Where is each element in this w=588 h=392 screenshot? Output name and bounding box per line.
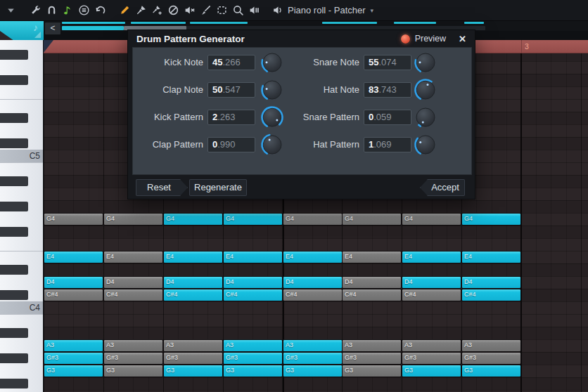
select-icon[interactable] — [216, 4, 228, 16]
note-block[interactable]: D4 — [461, 276, 521, 289]
note-block[interactable]: C#4 — [402, 289, 461, 301]
note-block[interactable]: D4 — [283, 276, 343, 289]
clap_pattern-value-field[interactable]: 0.990 — [207, 137, 255, 152]
piano-key-black[interactable] — [0, 353, 28, 363]
note-block[interactable]: G4 — [44, 213, 103, 226]
piano-keyboard[interactable]: C5C4 — [0, 40, 44, 392]
note-block[interactable]: G3 — [342, 365, 402, 377]
hat_note-value-field[interactable]: 83.743 — [364, 82, 411, 98]
note-block[interactable]: A3 — [283, 339, 343, 352]
piano-key-black[interactable] — [0, 176, 28, 186]
piano-key-black[interactable] — [0, 138, 28, 148]
note-block[interactable]: E4 — [283, 251, 343, 263]
note-block[interactable]: G4 — [283, 213, 343, 226]
note-block[interactable]: G#3 — [283, 352, 343, 365]
note-block[interactable]: C#4 — [44, 289, 103, 301]
note-icon[interactable] — [62, 4, 74, 16]
note-block[interactable]: G3 — [461, 365, 521, 377]
note-block[interactable]: G3 — [44, 365, 103, 377]
clap_pattern-knob[interactable] — [260, 133, 284, 157]
note-block[interactable]: E4 — [163, 251, 223, 263]
piano-key-black[interactable] — [0, 202, 28, 211]
note-block[interactable]: E4 — [44, 251, 103, 263]
snare_note-value-field[interactable]: 55.074 — [364, 55, 411, 70]
note-block[interactable]: G4 — [402, 213, 461, 226]
hat_note-knob[interactable] — [414, 78, 437, 102]
note-block[interactable]: D4 — [163, 276, 223, 289]
slice-icon[interactable] — [200, 4, 212, 16]
note-block[interactable]: A3 — [342, 339, 402, 352]
note-block[interactable]: G#3 — [342, 352, 402, 365]
piano-key-black[interactable] — [0, 290, 28, 300]
note-block[interactable]: E4 — [402, 251, 461, 263]
undo-icon[interactable] — [94, 4, 106, 16]
note-block[interactable]: G#3 — [103, 352, 163, 365]
note-block[interactable]: D4 — [44, 276, 103, 289]
regenerate-button[interactable]: Regenerate — [189, 179, 247, 196]
kick_pattern-knob[interactable] — [260, 105, 284, 129]
hat_pattern-value-field[interactable]: 1.069 — [364, 137, 411, 152]
clap_note-value-field[interactable]: 50.547 — [207, 82, 255, 98]
note-block[interactable]: D4 — [103, 276, 163, 289]
note-block[interactable]: G#3 — [44, 352, 103, 365]
piano-key-black[interactable] — [0, 328, 28, 338]
note-block[interactable]: C#4 — [283, 289, 343, 301]
piano-key-labeled[interactable]: C4 — [0, 301, 44, 314]
scroll-back-button[interactable]: < — [44, 22, 61, 35]
note-block[interactable]: E4 — [223, 251, 283, 263]
note-block[interactable]: A3 — [44, 339, 103, 352]
piano-key-black[interactable] — [0, 379, 28, 388]
kick_note-knob[interactable] — [260, 51, 284, 74]
note-properties-corner[interactable]: ♪ — [0, 21, 44, 40]
note-block[interactable]: C#4 — [461, 289, 521, 301]
note-block[interactable]: G#3 — [461, 352, 521, 365]
snare_pattern-knob[interactable] — [414, 105, 437, 129]
note-block[interactable]: A3 — [402, 339, 461, 352]
note-block[interactable]: A3 — [461, 339, 521, 352]
piano-key-black[interactable] — [0, 227, 28, 237]
note-block[interactable]: G3 — [283, 365, 343, 377]
note-block[interactable]: D4 — [402, 276, 461, 289]
piano-key-labeled[interactable]: C5 — [0, 150, 44, 162]
note-block[interactable]: G3 — [223, 365, 283, 377]
preview-label[interactable]: Preview — [415, 34, 446, 44]
note-block[interactable]: G#3 — [402, 352, 461, 365]
snare_note-knob[interactable] — [414, 51, 437, 74]
note-block[interactable]: G4 — [223, 213, 283, 226]
delete-icon[interactable] — [167, 4, 179, 16]
note-block[interactable]: G3 — [103, 365, 163, 377]
piano-key-black[interactable] — [0, 113, 28, 123]
piano-key-black[interactable] — [0, 75, 28, 85]
note-block[interactable]: E4 — [103, 251, 163, 263]
magnet-icon[interactable] — [46, 4, 58, 16]
dropdown-caret-icon[interactable] — [5, 4, 17, 16]
close-icon[interactable]: ✕ — [459, 34, 466, 44]
pencil-icon[interactable] — [119, 4, 131, 16]
clap_note-knob[interactable] — [260, 78, 284, 102]
playback-icon[interactable] — [248, 4, 260, 16]
note-block[interactable]: E4 — [342, 251, 402, 263]
note-block[interactable]: E4 — [461, 251, 521, 263]
mute-icon[interactable] — [184, 4, 196, 16]
note-block[interactable]: G3 — [402, 365, 461, 377]
note-block[interactable]: G4 — [461, 213, 521, 226]
note-block[interactable]: G4 — [342, 213, 402, 226]
piano-key-black[interactable] — [0, 265, 28, 275]
menu-icon[interactable] — [78, 4, 90, 16]
snare_pattern-value-field[interactable]: 0.059 — [364, 110, 411, 125]
note-block[interactable]: A3 — [103, 339, 163, 352]
note-block[interactable]: A3 — [223, 339, 283, 352]
note-block[interactable]: G#3 — [223, 352, 283, 365]
note-block[interactable]: D4 — [223, 276, 283, 289]
note-block[interactable]: G4 — [103, 213, 163, 226]
piano-key-black[interactable] — [0, 50, 28, 60]
note-block[interactable]: G4 — [163, 213, 223, 226]
note-block[interactable]: A3 — [163, 339, 223, 352]
note-block[interactable]: G3 — [163, 365, 223, 377]
note-block[interactable]: C#4 — [163, 289, 223, 301]
brush-icon[interactable] — [135, 4, 147, 16]
wrench-icon[interactable] — [30, 4, 41, 16]
note-block[interactable]: C#4 — [103, 289, 163, 301]
kick_note-value-field[interactable]: 45.266 — [207, 55, 255, 70]
brush-add-icon[interactable] — [151, 4, 163, 16]
